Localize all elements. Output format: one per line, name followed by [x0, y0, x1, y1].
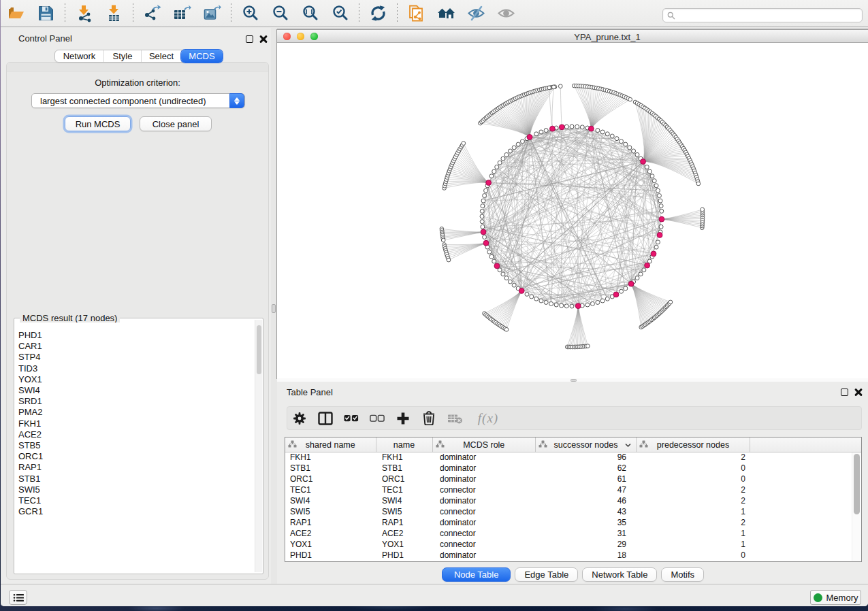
mcds-result-item[interactable]: ORC1 [18, 451, 254, 462]
tab-select[interactable]: Select [142, 50, 182, 62]
deselect-all-icon[interactable] [370, 411, 385, 426]
search-icon [667, 12, 675, 20]
function-icon[interactable]: f(x) [473, 411, 503, 426]
gear-icon[interactable] [292, 411, 307, 426]
tab-style[interactable]: Style [104, 50, 142, 62]
delete-table-icon[interactable] [447, 411, 462, 426]
cell-successor_nodes: 31 [536, 529, 637, 540]
column-header-name[interactable]: name [376, 437, 433, 452]
mcds-result-item[interactable]: SRD1 [18, 396, 254, 407]
network-graph [277, 43, 868, 378]
refresh-icon[interactable] [369, 4, 387, 23]
cell-name: STB1 [376, 463, 433, 474]
mcds-result-item[interactable]: TEC1 [18, 495, 254, 506]
memory-button[interactable]: Memory [810, 590, 861, 605]
column-header-shared-name[interactable]: shared name [285, 437, 376, 452]
mcds-list-scrollbar[interactable] [255, 320, 262, 572]
table-row[interactable]: STB1STB1dominator620 [285, 463, 861, 474]
table-row[interactable]: YOX1YOX1connector291 [285, 540, 861, 550]
column-header-successor-nodes[interactable]: successor nodes [536, 437, 637, 452]
cell-mcds_role: connector [433, 485, 536, 496]
table-scrollbar[interactable] [852, 452, 861, 561]
network-canvas[interactable] [277, 43, 868, 378]
cell-name: FKH1 [376, 452, 433, 463]
close-panel-icon[interactable] [259, 35, 268, 43]
tab-motifs[interactable]: Motifs [661, 567, 704, 582]
mcds-result-item[interactable]: YOX1 [18, 374, 254, 385]
hide-selected-icon[interactable] [467, 4, 485, 23]
cell-shared_name: SWI5 [285, 507, 376, 518]
close-window-icon[interactable] [283, 33, 291, 40]
table-row[interactable]: ORC1ORC1dominator610 [285, 474, 861, 485]
mcds-result-list[interactable]: PHD1CAR1STP4TID3YOX1SWI4SRD1PMA2FKH1ACE2… [15, 323, 254, 572]
mcds-result-item[interactable]: CAR1 [18, 341, 254, 352]
zoom-in-icon[interactable] [241, 4, 259, 23]
mcds-result-item[interactable]: TID3 [18, 363, 254, 374]
panel-menu-button[interactable] [9, 590, 27, 605]
mcds-result-item[interactable]: PHD1 [18, 330, 254, 341]
mcds-list-scrollbar-thumb[interactable] [257, 325, 261, 374]
vertical-splitter-handle[interactable] [272, 304, 276, 313]
mcds-result-item[interactable]: SWI5 [18, 484, 254, 495]
import-table-icon[interactable] [105, 4, 123, 23]
import-network-icon[interactable] [75, 4, 93, 23]
show-all-icon[interactable] [497, 4, 515, 23]
mcds-result-item[interactable]: SWI4 [18, 385, 254, 396]
table-row[interactable]: PHD1PHD1dominator180 [285, 550, 861, 561]
share-document-icon[interactable] [407, 4, 425, 23]
table-row[interactable]: ACE2ACE2connector311 [285, 529, 861, 540]
table-row[interactable]: SWI5SWI5connector431 [285, 507, 861, 518]
float-panel-icon[interactable] [841, 389, 848, 396]
tab-network[interactable]: Network [55, 50, 104, 62]
cell-shared_name: ACE2 [285, 529, 376, 540]
export-image-icon[interactable] [203, 4, 221, 23]
table-row[interactable]: SWI4SWI4dominator462 [285, 496, 861, 507]
mcds-result-item[interactable]: STB5 [18, 440, 254, 451]
criterion-dropdown[interactable]: largest connected component (undirected) [31, 93, 245, 108]
cell-shared_name: FKH1 [285, 452, 376, 463]
float-panel-icon[interactable] [246, 35, 253, 43]
close-panel-button[interactable]: Close panel [140, 116, 212, 131]
tab-mcds[interactable]: MCDS [181, 50, 223, 63]
cell-mcds_role: dominator [433, 518, 536, 529]
cell-mcds_role: dominator [433, 452, 536, 463]
table-row[interactable]: RAP1RAP1dominator352 [285, 518, 861, 529]
tab-network-table[interactable]: Network Table [582, 567, 657, 582]
save-session-icon[interactable] [37, 4, 55, 23]
cell-mcds_role: dominator [433, 463, 536, 474]
add-icon[interactable] [396, 411, 411, 426]
column-header-MCDS-role[interactable]: MCDS role [433, 437, 536, 452]
table-row[interactable]: FKH1FKH1dominator962 [285, 452, 861, 463]
run-mcds-button[interactable]: Run MCDS [65, 116, 131, 131]
minimize-window-icon[interactable] [297, 33, 304, 40]
table-scrollbar-thumb[interactable] [854, 454, 860, 514]
export-network-icon[interactable] [143, 4, 161, 23]
mcds-result-item[interactable]: STP4 [18, 352, 254, 363]
mcds-result-item[interactable]: STB1 [18, 474, 254, 484]
columns-icon[interactable] [318, 411, 333, 426]
delete-icon[interactable] [421, 411, 436, 426]
table-row[interactable]: TEC1TEC1connector472 [285, 485, 861, 496]
criterion-value: largest connected component (undirected) [40, 96, 206, 106]
zoom-selected-icon[interactable] [331, 4, 349, 23]
export-table-icon[interactable] [173, 4, 191, 23]
mcds-result-item[interactable]: RAP1 [18, 462, 254, 473]
network-frame-titlebar[interactable]: YPA_prune.txt_1 [277, 30, 868, 43]
tab-edge-table[interactable]: Edge Table [515, 567, 578, 582]
column-header-predecessor-nodes[interactable]: predecessor nodes [637, 437, 750, 452]
home-icon[interactable] [437, 4, 455, 23]
mcds-result-item[interactable]: FKH1 [18, 418, 254, 429]
optimization-criterion-label: Optimization criterion: [7, 78, 268, 88]
cell-successor_nodes: 62 [536, 463, 637, 474]
mcds-result-item[interactable]: ACE2 [18, 429, 254, 440]
select-all-icon[interactable] [344, 411, 359, 426]
close-panel-icon[interactable] [854, 388, 863, 396]
open-file-icon[interactable] [7, 4, 25, 23]
tab-node-table[interactable]: Node Table [442, 567, 511, 582]
mcds-result-item[interactable]: PMA2 [18, 407, 254, 418]
zoom-out-icon[interactable] [271, 4, 289, 23]
zoom-fit-icon[interactable] [301, 4, 319, 23]
search-input[interactable] [662, 8, 863, 22]
maximize-window-icon[interactable] [310, 33, 318, 40]
mcds-result-item[interactable]: GCR1 [18, 506, 254, 517]
